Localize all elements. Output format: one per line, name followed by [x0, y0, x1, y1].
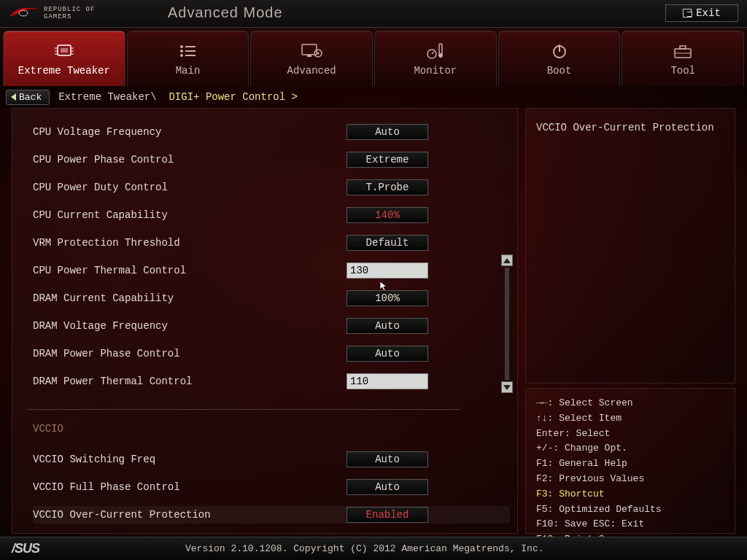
setting-label: CPU Power Thermal Control	[33, 265, 347, 276]
keyhint: →←: Select Screen	[536, 396, 724, 411]
setting-value[interactable]: Auto	[347, 124, 428, 140]
setting-label: CPU Current Capability	[33, 209, 347, 221]
mouse-cursor-icon	[379, 281, 388, 292]
setting-label: DRAM Voltage Frequency	[33, 320, 347, 332]
setting-row[interactable]: VRM Protection Threshold Default	[33, 234, 510, 252]
svg-rect-10	[185, 46, 196, 47]
svg-rect-16	[307, 55, 311, 57]
setting-label: CPU Power Duty Control	[33, 182, 347, 193]
svg-rect-14	[185, 55, 196, 56]
scrollbar[interactable]	[501, 254, 513, 393]
svg-point-11	[180, 50, 183, 52]
setting-row[interactable]: CPU Power Thermal Control 130	[33, 262, 510, 279]
breadcrumb-root: Extreme Tweaker	[58, 91, 150, 103]
keyhint: F1: General Help	[536, 456, 724, 472]
keyhint: F5: Optimized Defaults	[536, 502, 724, 518]
tab-label: Monitor	[414, 65, 457, 77]
chevron-right-icon: >	[292, 91, 298, 103]
section-divider	[27, 409, 460, 410]
setting-row[interactable]: DRAM Power Thermal Control 110	[33, 373, 510, 390]
tab-advanced[interactable]: Advanced	[250, 31, 373, 86]
monitor-gear-icon	[301, 42, 322, 61]
exit-label: Exit	[696, 7, 721, 19]
setting-value[interactable]: T.Probe	[347, 179, 428, 195]
exit-button[interactable]: Exit	[665, 4, 738, 22]
setting-row-selected[interactable]: VCCIO Over-Current Protection Enabled	[33, 506, 510, 524]
setting-label: DRAM Power Phase Control	[33, 348, 347, 359]
vendor-logo: /SUS	[12, 541, 39, 556]
setting-input[interactable]: 110	[347, 373, 428, 389]
setting-row[interactable]: CPU Voltage Frequency Auto	[33, 123, 510, 141]
keyhint: Enter: Select	[536, 427, 724, 442]
setting-label: VCCIO Over-Current Protection	[33, 509, 347, 521]
setting-input[interactable]: 130	[347, 262, 428, 279]
svg-rect-21	[439, 44, 442, 54]
svg-line-20	[432, 52, 434, 54]
svg-rect-26	[680, 46, 686, 49]
tab-label: Advanced	[287, 65, 336, 77]
setting-row[interactable]: CPU Current Capability 140%	[33, 206, 510, 224]
back-arrow-icon	[11, 93, 16, 101]
keyhint: F3: Shortcut	[536, 487, 724, 502]
svg-point-18	[317, 52, 320, 54]
setting-label: DRAM Current Capability	[33, 292, 347, 304]
help-box: VCCIO Over-Current Protection	[525, 108, 735, 384]
setting-label: DRAM Power Thermal Control	[33, 376, 347, 387]
setting-label: VRM Protection Threshold	[33, 237, 347, 249]
setting-value[interactable]: Extreme	[347, 152, 428, 168]
scroll-up-button[interactable]	[501, 254, 513, 266]
setting-row[interactable]: DRAM Current Capability 100%	[33, 289, 510, 307]
tab-tool[interactable]: Tool	[622, 31, 744, 86]
help-text: VCCIO Over-Current Protection	[536, 122, 724, 133]
setting-value[interactable]: Auto	[347, 346, 428, 362]
setting-label: CPU Power Phase Control	[33, 154, 347, 166]
setting-label: VCCIO Switching Freq	[33, 454, 347, 465]
setting-row[interactable]: VCCIO Full Phase Control Auto	[33, 478, 510, 496]
tab-label: Extreme Tweaker	[18, 65, 110, 77]
header-bar: REPUBLIC OF GAMERS Advanced Mode Exit	[0, 0, 747, 28]
setting-row[interactable]: CPU Power Phase Control Extreme	[33, 151, 510, 168]
tab-bar: Extreme Tweaker Main Advanced Monitor Bo…	[0, 28, 747, 86]
setting-row[interactable]: CPU Power Duty Control T.Probe	[33, 179, 510, 196]
svg-point-13	[180, 54, 183, 57]
settings-panel: CPU Voltage Frequency Auto CPU Power Pha…	[12, 108, 518, 534]
brand-text: REPUBLIC OF GAMERS	[44, 7, 95, 21]
setting-value[interactable]: Auto	[347, 318, 428, 334]
tab-boot[interactable]: Boot	[498, 31, 621, 86]
setting-value[interactable]: 100%	[347, 290, 428, 306]
tab-extreme-tweaker[interactable]: Extreme Tweaker	[3, 31, 125, 86]
setting-row[interactable]: DRAM Voltage Frequency Auto	[33, 317, 510, 335]
back-button[interactable]: Back	[6, 90, 50, 105]
setting-value[interactable]: Auto	[347, 479, 428, 495]
footer: /SUS Version 2.10.1208. Copyright (C) 20…	[0, 537, 747, 560]
brand-logo: REPUBLIC OF GAMERS	[7, 4, 95, 23]
svg-point-0	[19, 10, 28, 16]
breadcrumb: Extreme Tweaker\ DIGI+ Power Control >	[58, 91, 298, 103]
chip-icon	[53, 42, 75, 61]
setting-row[interactable]: DRAM Power Phase Control Auto	[33, 345, 510, 362]
breadcrumb-current: DIGI+ Power Control	[169, 91, 285, 103]
setting-value[interactable]: 140%	[347, 207, 428, 223]
section-title: VCCIO	[33, 423, 510, 435]
setting-value[interactable]: Enabled	[347, 507, 428, 523]
setting-row[interactable]: VCCIO Switching Freq Auto	[33, 451, 510, 468]
svg-point-9	[180, 45, 183, 48]
svg-rect-2	[61, 48, 68, 52]
scroll-down-button[interactable]	[501, 381, 513, 393]
tab-monitor[interactable]: Monitor	[374, 31, 497, 86]
tab-label: Main	[176, 65, 201, 77]
setting-value[interactable]: Default	[347, 235, 428, 251]
keyhint: F10: Save ESC: Exit	[536, 517, 724, 532]
svg-rect-12	[185, 50, 196, 52]
tab-main[interactable]: Main	[127, 31, 249, 86]
thermometer-icon	[426, 42, 445, 61]
brand-line2: GAMERS	[44, 14, 95, 21]
version-text: Version 2.10.1208. Copyright (C) 2012 Am…	[185, 543, 543, 554]
setting-label: CPU Voltage Frequency	[33, 126, 347, 138]
setting-value[interactable]: Auto	[347, 451, 428, 467]
exit-icon	[683, 9, 692, 18]
main-area: CPU Voltage Frequency Auto CPU Power Pha…	[12, 108, 735, 534]
setting-label: VCCIO Full Phase Control	[33, 481, 347, 493]
scroll-track[interactable]	[505, 268, 509, 380]
settings-list: CPU Voltage Frequency Auto CPU Power Pha…	[33, 123, 510, 524]
